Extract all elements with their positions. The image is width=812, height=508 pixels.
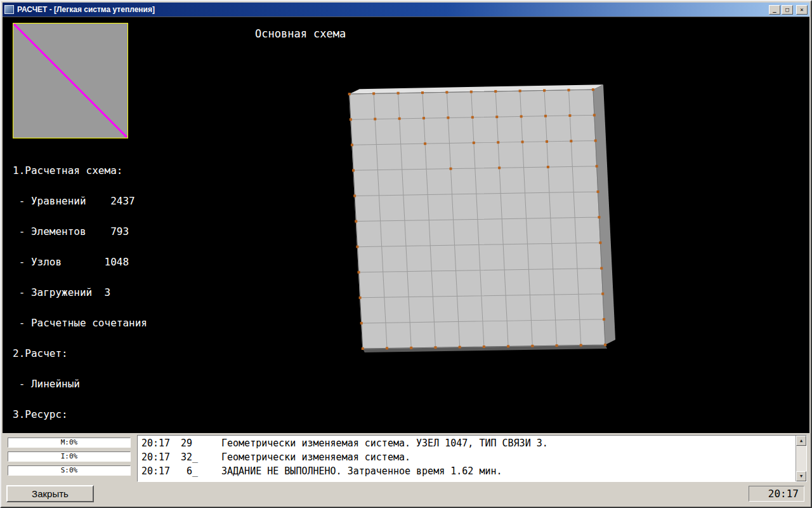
footer-row: Закрыть 20:17 [5, 482, 807, 504]
window-title: РАСЧЕТ - [Легкая систма утепления] [17, 5, 766, 14]
mesh-plate [3, 17, 809, 433]
minimize-icon: _ [773, 6, 776, 13]
log-line: 20:17 29 Геометрически изменяемая систем… [141, 436, 792, 450]
progress-bar-s: S:0% [8, 465, 131, 476]
log-message: Геометрически изменяемая система. УЗЕЛ 1… [221, 436, 792, 450]
scrollbar-track[interactable] [796, 446, 806, 471]
log-time: 20:17 [141, 450, 181, 464]
log-line: 20:17 32_ Геометрически изменяемая систе… [141, 450, 792, 464]
log-line: 20:17 6_ ЗАДАНИЕ НЕ ВЫПОЛНЕНО. Затраченн… [141, 464, 792, 478]
clock: 20:17 [749, 486, 804, 502]
bottom-panel: M:0% I:0% S:0% 20:17 29 Геометрически из… [3, 433, 809, 505]
log-message: ЗАДАНИЕ НЕ ВЫПОЛНЕНО. Затраченное время … [221, 464, 792, 478]
main-viewport: Основная схема 1.Расчетная схема: - Урав… [3, 17, 809, 433]
scroll-up-button[interactable]: ▲ [796, 436, 806, 446]
log-list[interactable]: 20:17 29 Геометрически изменяемая систем… [137, 435, 807, 482]
log-number: 32_ [181, 450, 221, 464]
window-controls: _ □ ✕ [769, 5, 808, 15]
progress-bar-i: I:0% [8, 451, 131, 462]
progress-label: M:0% [61, 438, 78, 446]
status-row: M:0% I:0% S:0% 20:17 29 Геометрически из… [5, 435, 807, 482]
maximize-icon: □ [785, 6, 789, 13]
progress-label: I:0% [61, 452, 78, 460]
app-icon [4, 5, 14, 14]
minimize-button[interactable]: _ [769, 5, 780, 15]
arrow-up-icon: ▲ [800, 438, 802, 443]
scroll-down-button[interactable]: ▼ [796, 471, 806, 481]
close-window-button[interactable]: ✕ [796, 5, 808, 15]
progress-bar-m: M:0% [8, 438, 131, 448]
progress-column: M:0% I:0% S:0% [5, 435, 137, 482]
titlebar[interactable]: РАСЧЕТ - [Легкая систма утепления] _ □ ✕ [3, 3, 809, 17]
log-number: 6_ [181, 464, 221, 478]
log-scrollbar[interactable]: ▲ ▼ [796, 436, 806, 481]
log-number: 29 [181, 436, 221, 450]
log-message: Геометрически изменяемая система. [221, 450, 792, 464]
maximize-button[interactable]: □ [782, 5, 793, 15]
log-time: 20:17 [141, 464, 181, 478]
close-button[interactable]: Закрыть [6, 485, 94, 502]
progress-label: S:0% [61, 466, 78, 474]
app-window: РАСЧЕТ - [Легкая систма утепления] _ □ ✕… [0, 0, 812, 508]
close-icon: ✕ [800, 6, 803, 13]
arrow-down-icon: ▼ [800, 474, 802, 479]
log-time: 20:17 [141, 436, 181, 450]
